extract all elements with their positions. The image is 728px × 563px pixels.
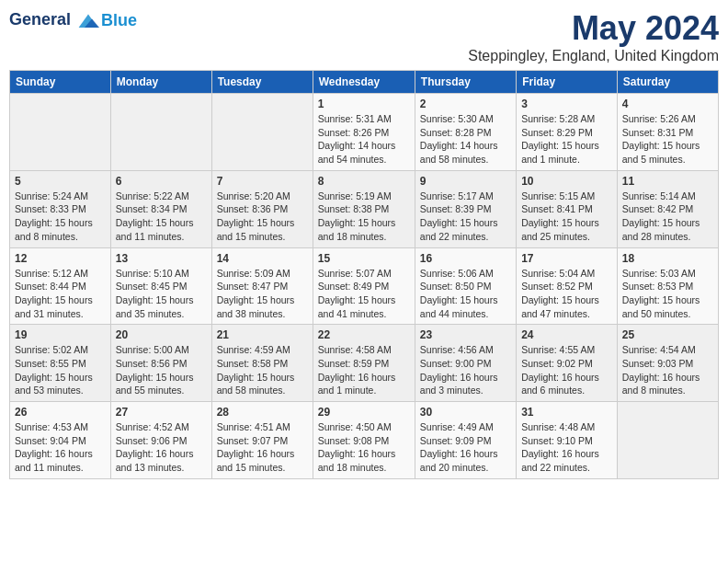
day-number: 20 xyxy=(116,328,207,341)
day-number: 10 xyxy=(521,175,612,188)
day-number: 6 xyxy=(116,175,207,188)
calendar-cell: 27Sunrise: 4:52 AM Sunset: 9:06 PM Dayli… xyxy=(110,402,211,479)
day-info: Sunrise: 5:31 AM Sunset: 8:26 PM Dayligh… xyxy=(318,112,410,167)
day-info: Sunrise: 5:12 AM Sunset: 8:44 PM Dayligh… xyxy=(15,267,106,321)
day-info: Sunrise: 5:07 AM Sunset: 8:49 PM Dayligh… xyxy=(318,267,410,321)
calendar-cell: 11Sunrise: 5:14 AM Sunset: 8:42 PM Dayli… xyxy=(617,170,718,247)
weekday-header-monday: Monday xyxy=(110,71,211,94)
day-info: Sunrise: 5:10 AM Sunset: 8:45 PM Dayligh… xyxy=(116,267,207,321)
day-info: Sunrise: 5:24 AM Sunset: 8:33 PM Dayligh… xyxy=(15,190,106,244)
calendar-cell: 10Sunrise: 5:15 AM Sunset: 8:41 PM Dayli… xyxy=(517,170,618,247)
weekday-row: SundayMondayTuesdayWednesdayThursdayFrid… xyxy=(10,71,719,94)
day-info: Sunrise: 4:49 AM Sunset: 9:09 PM Dayligh… xyxy=(420,420,511,475)
day-number: 13 xyxy=(116,252,207,265)
day-number: 23 xyxy=(420,328,511,341)
day-info: Sunrise: 4:56 AM Sunset: 9:00 PM Dayligh… xyxy=(420,343,511,397)
day-info: Sunrise: 5:14 AM Sunset: 8:42 PM Dayligh… xyxy=(622,190,713,244)
calendar-cell: 19Sunrise: 5:02 AM Sunset: 8:55 PM Dayli… xyxy=(10,325,111,402)
day-number: 27 xyxy=(116,406,207,419)
day-number: 19 xyxy=(15,328,106,341)
calendar-cell: 30Sunrise: 4:49 AM Sunset: 9:09 PM Dayli… xyxy=(415,402,516,479)
day-info: Sunrise: 4:52 AM Sunset: 9:06 PM Dayligh… xyxy=(116,420,207,475)
calendar-cell: 13Sunrise: 5:10 AM Sunset: 8:45 PM Dayli… xyxy=(110,247,211,325)
calendar-cell: 7Sunrise: 5:20 AM Sunset: 8:36 PM Daylig… xyxy=(211,170,313,247)
calendar-body: 1Sunrise: 5:31 AM Sunset: 8:26 PM Daylig… xyxy=(10,94,719,479)
day-number: 22 xyxy=(318,328,410,341)
day-info: Sunrise: 5:02 AM Sunset: 8:55 PM Dayligh… xyxy=(15,343,106,397)
day-number: 1 xyxy=(318,98,410,110)
day-info: Sunrise: 4:50 AM Sunset: 9:08 PM Dayligh… xyxy=(318,420,410,475)
day-info: Sunrise: 5:06 AM Sunset: 8:50 PM Dayligh… xyxy=(420,267,511,321)
day-number: 9 xyxy=(420,175,511,188)
calendar-cell: 2Sunrise: 5:30 AM Sunset: 8:28 PM Daylig… xyxy=(415,94,516,171)
day-number: 5 xyxy=(15,175,106,188)
calendar-cell: 25Sunrise: 4:54 AM Sunset: 9:03 PM Dayli… xyxy=(617,325,718,402)
calendar-cell: 21Sunrise: 4:59 AM Sunset: 8:58 PM Dayli… xyxy=(211,325,313,402)
day-number: 15 xyxy=(318,252,410,265)
calendar-cell: 16Sunrise: 5:06 AM Sunset: 8:50 PM Dayli… xyxy=(415,247,516,325)
day-number: 26 xyxy=(15,406,106,419)
calendar-cell xyxy=(211,94,313,171)
day-number: 28 xyxy=(217,406,308,419)
logo-blue: Blue xyxy=(101,11,137,30)
location: Steppingley, England, United Kingdom xyxy=(468,48,719,64)
day-info: Sunrise: 4:51 AM Sunset: 9:07 PM Dayligh… xyxy=(217,420,308,475)
title-block: May 2024 Steppingley, England, United Ki… xyxy=(468,9,719,64)
calendar-cell: 28Sunrise: 4:51 AM Sunset: 9:07 PM Dayli… xyxy=(211,402,313,479)
logo-icon xyxy=(77,9,99,31)
day-info: Sunrise: 5:00 AM Sunset: 8:56 PM Dayligh… xyxy=(116,343,207,397)
calendar-cell xyxy=(617,402,718,479)
month-year: May 2024 xyxy=(468,9,719,48)
weekday-header-thursday: Thursday xyxy=(415,71,516,94)
calendar-cell xyxy=(110,94,211,171)
day-number: 30 xyxy=(420,406,511,419)
day-info: Sunrise: 5:17 AM Sunset: 8:39 PM Dayligh… xyxy=(420,190,511,244)
day-number: 17 xyxy=(521,252,612,265)
logo: General Blue xyxy=(9,9,137,31)
calendar-cell: 17Sunrise: 5:04 AM Sunset: 8:52 PM Dayli… xyxy=(517,247,618,325)
weekday-header-friday: Friday xyxy=(517,71,618,94)
day-info: Sunrise: 5:15 AM Sunset: 8:41 PM Dayligh… xyxy=(521,190,612,244)
week-row-2: 5Sunrise: 5:24 AM Sunset: 8:33 PM Daylig… xyxy=(10,170,719,247)
calendar-cell: 3Sunrise: 5:28 AM Sunset: 8:29 PM Daylig… xyxy=(517,94,618,171)
day-number: 2 xyxy=(420,98,511,110)
day-info: Sunrise: 5:26 AM Sunset: 8:31 PM Dayligh… xyxy=(622,112,713,167)
day-number: 8 xyxy=(318,175,410,188)
day-info: Sunrise: 4:53 AM Sunset: 9:04 PM Dayligh… xyxy=(15,420,106,475)
calendar-cell: 5Sunrise: 5:24 AM Sunset: 8:33 PM Daylig… xyxy=(10,170,111,247)
day-number: 25 xyxy=(622,328,713,341)
calendar-cell: 1Sunrise: 5:31 AM Sunset: 8:26 PM Daylig… xyxy=(313,94,415,171)
calendar-cell: 8Sunrise: 5:19 AM Sunset: 8:38 PM Daylig… xyxy=(313,170,415,247)
page-header: General Blue May 2024 Steppingley, Engla… xyxy=(9,9,719,64)
calendar-cell: 31Sunrise: 4:48 AM Sunset: 9:10 PM Dayli… xyxy=(517,402,618,479)
day-info: Sunrise: 5:03 AM Sunset: 8:53 PM Dayligh… xyxy=(622,267,713,321)
calendar-cell: 26Sunrise: 4:53 AM Sunset: 9:04 PM Dayli… xyxy=(10,402,111,479)
day-info: Sunrise: 5:22 AM Sunset: 8:34 PM Dayligh… xyxy=(116,190,207,244)
day-number: 31 xyxy=(521,406,612,419)
day-number: 3 xyxy=(521,98,612,110)
day-info: Sunrise: 4:48 AM Sunset: 9:10 PM Dayligh… xyxy=(521,420,612,475)
day-number: 14 xyxy=(217,252,308,265)
day-info: Sunrise: 5:09 AM Sunset: 8:47 PM Dayligh… xyxy=(217,267,308,321)
day-info: Sunrise: 5:30 AM Sunset: 8:28 PM Dayligh… xyxy=(420,112,511,167)
calendar-cell: 23Sunrise: 4:56 AM Sunset: 9:00 PM Dayli… xyxy=(415,325,516,402)
calendar-cell: 9Sunrise: 5:17 AM Sunset: 8:39 PM Daylig… xyxy=(415,170,516,247)
calendar-cell: 4Sunrise: 5:26 AM Sunset: 8:31 PM Daylig… xyxy=(617,94,718,171)
week-row-3: 12Sunrise: 5:12 AM Sunset: 8:44 PM Dayli… xyxy=(10,247,719,325)
day-number: 4 xyxy=(622,98,713,110)
calendar-table: SundayMondayTuesdayWednesdayThursdayFrid… xyxy=(9,70,719,479)
calendar-cell: 22Sunrise: 4:58 AM Sunset: 8:59 PM Dayli… xyxy=(313,325,415,402)
week-row-4: 19Sunrise: 5:02 AM Sunset: 8:55 PM Dayli… xyxy=(10,325,719,402)
day-info: Sunrise: 4:54 AM Sunset: 9:03 PM Dayligh… xyxy=(622,343,713,397)
day-number: 11 xyxy=(622,175,713,188)
calendar-cell xyxy=(10,94,111,171)
calendar-cell: 14Sunrise: 5:09 AM Sunset: 8:47 PM Dayli… xyxy=(211,247,313,325)
weekday-header-tuesday: Tuesday xyxy=(211,71,313,94)
logo-text: General xyxy=(9,9,99,31)
day-number: 7 xyxy=(217,175,308,188)
day-info: Sunrise: 5:04 AM Sunset: 8:52 PM Dayligh… xyxy=(521,267,612,321)
calendar-cell: 29Sunrise: 4:50 AM Sunset: 9:08 PM Dayli… xyxy=(313,402,415,479)
day-number: 18 xyxy=(622,252,713,265)
weekday-header-wednesday: Wednesday xyxy=(313,71,415,94)
calendar-cell: 20Sunrise: 5:00 AM Sunset: 8:56 PM Dayli… xyxy=(110,325,211,402)
